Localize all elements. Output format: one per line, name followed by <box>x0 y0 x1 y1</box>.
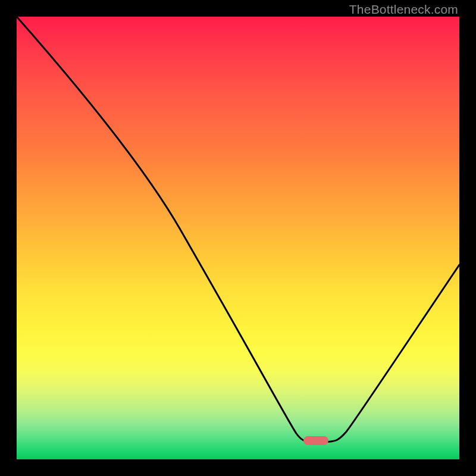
chart-frame: TheBottleneck.com <box>0 0 476 476</box>
bottleneck-curve <box>17 17 459 459</box>
watermark-text: TheBottleneck.com <box>349 2 458 17</box>
optimum-marker <box>303 436 328 445</box>
plot-area <box>17 17 459 459</box>
